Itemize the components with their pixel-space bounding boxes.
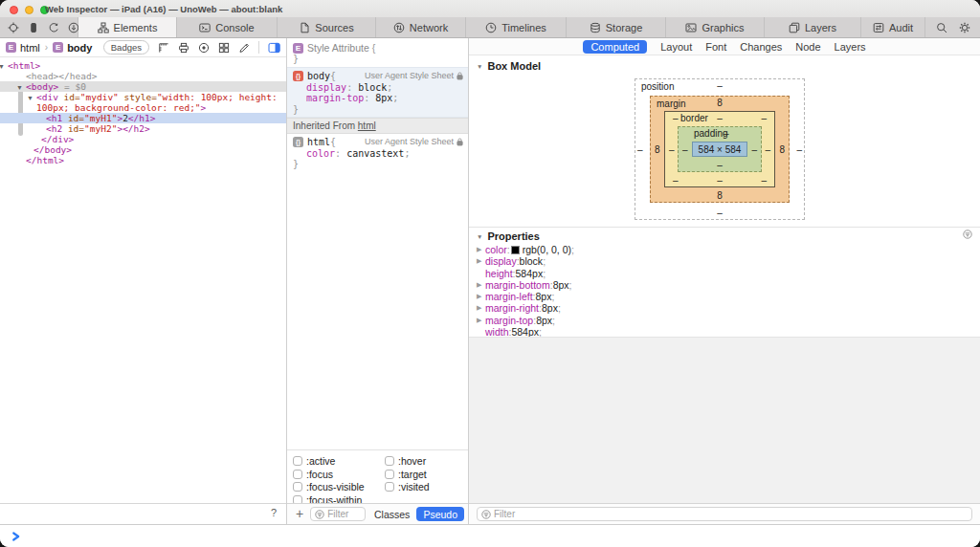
computed-property-row[interactable]: ▶margin-right: 8px; (469, 302, 980, 314)
help-button[interactable]: ? (271, 507, 277, 518)
close-traffic-light[interactable] (10, 6, 18, 14)
properties-section-header[interactable]: ▼ Properties (477, 230, 540, 242)
margin-right-value[interactable]: 8 (779, 144, 785, 155)
css-property[interactable]: display: block; (293, 82, 463, 94)
css-property[interactable]: color: canvastext; (293, 148, 463, 160)
disclosure-triangle-icon[interactable]: ▶ (477, 279, 485, 291)
dom-node[interactable]: </html> (0, 155, 286, 165)
search-icon[interactable] (936, 22, 947, 33)
disclosure-triangle-icon[interactable]: ▶ (477, 302, 485, 314)
pseudo-class-target[interactable]: :target (385, 469, 427, 480)
checkbox[interactable] (293, 482, 302, 492)
border-right-value[interactable]: – (765, 144, 770, 155)
details-sidebar-toggle-icon[interactable] (268, 42, 280, 54)
checkbox[interactable] (385, 482, 394, 492)
css-rule-html[interactable]: {}html {User Agent Style Sheetcolor: can… (287, 134, 468, 172)
padding-top-value[interactable]: – (724, 128, 729, 139)
dom-node[interactable]: </body> (0, 144, 286, 155)
add-rule-button[interactable]: + (287, 506, 310, 523)
border-top-value[interactable]: – (717, 113, 723, 123)
computed-property-row[interactable]: ▶display: block; (469, 255, 980, 267)
toolbar-tab-audit[interactable]: Audit (861, 17, 925, 37)
margin-bottom-value[interactable]: 8 (717, 190, 723, 201)
grid-overlay-icon[interactable] (218, 42, 230, 54)
position-right-value[interactable]: – (796, 144, 802, 155)
margin-top-value[interactable]: 8 (717, 98, 723, 108)
minimize-traffic-light[interactable] (25, 6, 33, 14)
toolbar-tab-sources[interactable]: Sources (278, 17, 376, 37)
disclosure-triangle-icon[interactable]: ▶ (477, 315, 485, 326)
disclosure-triangle-icon[interactable]: ▼ (0, 61, 5, 72)
color-swatch[interactable] (511, 246, 520, 254)
box-model-content-box[interactable]: 584 × 584 (692, 142, 747, 157)
computed-property-row[interactable]: ▶color: rgb(0, 0, 0); (469, 244, 980, 255)
edit-element-icon[interactable] (238, 42, 250, 54)
disclosure-triangle-icon[interactable]: ▶ (477, 255, 485, 267)
properties-filter-icon[interactable] (963, 230, 972, 239)
toolbar-tab-console[interactable]: Console (177, 17, 278, 37)
border-radius-bottom-left-value[interactable]: – (673, 175, 679, 186)
box-model-section-header[interactable]: ▼ Box Model (477, 60, 541, 72)
padding-left-value[interactable]: – (682, 144, 688, 155)
pseudo-class-focus[interactable]: :focus (293, 469, 333, 480)
badges-button[interactable]: Badges (103, 40, 149, 55)
border-bottom-value[interactable]: – (717, 175, 723, 186)
toolbar-tab-layers[interactable]: Layers (765, 17, 861, 37)
border-radius-top-right-value[interactable]: – (761, 113, 767, 123)
dom-node[interactable]: ▼<body> = $0 (0, 81, 286, 92)
checkbox[interactable] (293, 470, 302, 479)
reload-icon[interactable] (48, 22, 59, 33)
pseudo-class-focus-visible[interactable]: :focus-visible (293, 481, 365, 492)
toolbar-tab-graphics[interactable]: Graphics (666, 17, 765, 37)
device-icon[interactable] (28, 22, 39, 33)
details-tab-node[interactable]: Node (795, 41, 820, 53)
gear-icon[interactable] (959, 22, 970, 33)
inherited-link[interactable]: html (358, 120, 376, 131)
details-tab-changes[interactable]: Changes (740, 41, 782, 53)
position-left-value[interactable]: – (637, 144, 643, 155)
toolbar-tab-elements[interactable]: Elements (78, 17, 177, 37)
computed-property-row[interactable]: ▶margin-left: 8px; (469, 291, 980, 302)
border-left-value[interactable]: – (669, 144, 675, 155)
breadcrumb-item-html[interactable]: Ehtml (6, 42, 40, 54)
css-property[interactable]: margin-top: 8px; (293, 93, 463, 104)
border-radius-top-left-value[interactable]: – (673, 113, 679, 123)
quick-console[interactable] (0, 524, 980, 547)
pseudo-class-visited[interactable]: :visited (385, 481, 430, 492)
classes-toggle-button[interactable]: Classes (374, 509, 410, 520)
pseudo-class-hover[interactable]: :hover (385, 455, 426, 467)
printer-icon[interactable] (178, 42, 189, 54)
styles-filter-input[interactable] (327, 509, 361, 519)
dom-node[interactable]: ▼<html> (0, 60, 286, 71)
toolbar-tab-storage[interactable]: Storage (567, 17, 666, 37)
computed-property-row[interactable]: height: 584px; (469, 268, 980, 279)
computed-property-row[interactable]: ▶margin-bottom: 8px; (469, 279, 980, 291)
details-tab-computed[interactable]: Computed (583, 40, 647, 54)
computed-filter-field[interactable] (477, 507, 972, 521)
padding-bottom-value[interactable]: – (717, 160, 723, 170)
checkbox[interactable] (385, 456, 394, 466)
dom-node[interactable]: <head></head> (0, 71, 286, 81)
position-bottom-value[interactable]: – (717, 208, 723, 218)
toolbar-tab-network[interactable]: Network (376, 17, 466, 37)
disclosure-triangle-icon[interactable]: ▼ (16, 82, 23, 93)
crosshair-icon[interactable] (8, 22, 19, 33)
computed-filter-input[interactable] (494, 509, 968, 519)
paint-flashing-icon[interactable] (198, 42, 210, 54)
pseudo-toggle-button[interactable]: Pseudo (416, 507, 464, 521)
disclosure-triangle-icon[interactable]: ▶ (477, 291, 485, 302)
css-rule-body[interactable]: {}body {User Agent Style Sheetdisplay: b… (287, 67, 468, 118)
dom-node[interactable]: ▼<div id="mydiv" style="width: 100px; he… (0, 92, 286, 102)
dom-node[interactable]: </div> (0, 134, 286, 144)
toolbar-tab-timelines[interactable]: Timelines (466, 17, 567, 37)
pseudo-class-active[interactable]: :active (293, 455, 335, 467)
dom-node[interactable]: 100px; background-color: red;"> (0, 102, 286, 113)
checkbox[interactable] (293, 456, 302, 466)
checkbox[interactable] (385, 470, 394, 479)
breadcrumb-item-body[interactable]: Ebody (53, 42, 92, 54)
dom-node[interactable]: <h2 id="myH2"></h2> (0, 123, 286, 134)
border-radius-bottom-right-value[interactable]: – (761, 175, 767, 186)
styles-filter-field[interactable] (310, 507, 366, 521)
position-top-value[interactable]: – (717, 80, 723, 91)
details-tab-layout[interactable]: Layout (660, 41, 692, 53)
